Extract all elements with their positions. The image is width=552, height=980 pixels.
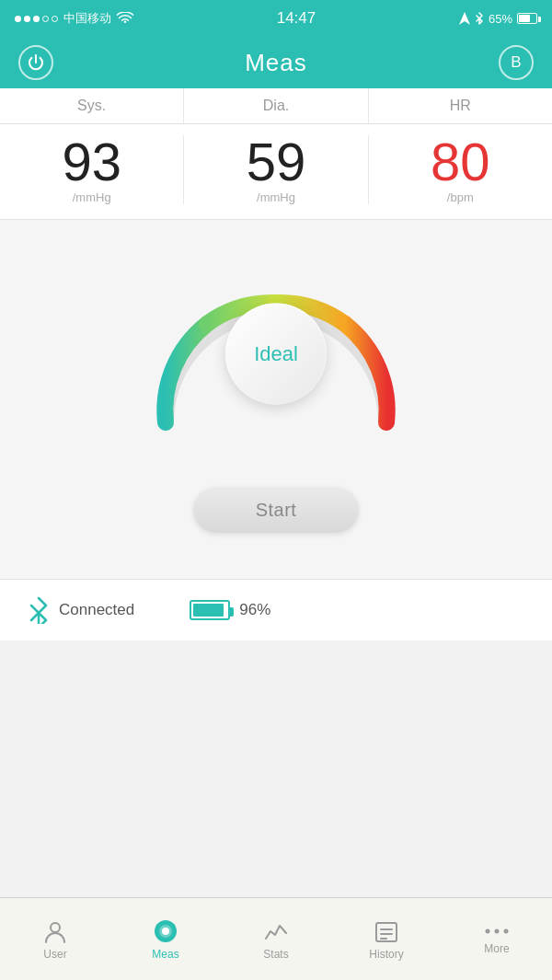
- battery-percent: 65%: [489, 12, 512, 26]
- svg-point-9: [495, 928, 500, 933]
- signal-dots: [15, 16, 58, 22]
- connected-label: Connected: [59, 601, 134, 619]
- carrier-label: 中国移动: [63, 10, 111, 27]
- tab-bar: User Meas Stats History Mor: [0, 897, 552, 980]
- dot-3: [33, 16, 40, 22]
- status-bar: 中国移动 14:47 65%: [0, 0, 552, 37]
- power-button[interactable]: [18, 45, 53, 80]
- meas-icon: [153, 918, 178, 944]
- status-left: 中国移动: [15, 10, 133, 27]
- tab-history[interactable]: History: [331, 898, 442, 980]
- status-right: 65%: [459, 12, 537, 26]
- hr-value: 80 /bpm: [369, 135, 552, 204]
- location-icon: [459, 12, 470, 25]
- bluetooth-status-icon: [475, 12, 484, 25]
- tab-history-label: History: [369, 948, 403, 961]
- battery-large-fill: [193, 604, 224, 617]
- sys-number: 93: [0, 135, 183, 189]
- dot-2: [24, 16, 30, 22]
- dia-unit: /mmHg: [184, 190, 367, 204]
- gauge-bubble: Ideal: [225, 304, 327, 405]
- history-icon: [374, 918, 399, 944]
- b-button[interactable]: B: [499, 45, 534, 80]
- svg-point-0: [51, 923, 60, 932]
- header: Meas B: [0, 37, 552, 88]
- tab-more-label: More: [484, 942, 509, 955]
- svg-point-10: [504, 928, 509, 933]
- tab-more[interactable]: More: [442, 898, 552, 980]
- page-content: Sys. Dia. HR 93 /mmHg 59 /mmHg 80 /bpm: [0, 88, 552, 897]
- measurement-values: 93 /mmHg 59 /mmHg 80 /bpm: [0, 124, 552, 220]
- stats-icon: [263, 918, 289, 944]
- dot-1: [15, 16, 21, 22]
- svg-point-3: [162, 928, 169, 935]
- dot-5: [52, 16, 58, 22]
- tab-meas[interactable]: Meas: [110, 898, 221, 980]
- tab-meas-label: Meas: [152, 948, 178, 961]
- page-title: Meas: [245, 49, 307, 77]
- user-icon: [42, 918, 68, 944]
- gauge-label: Ideal: [254, 342, 298, 366]
- more-icon: [484, 924, 510, 939]
- tab-stats-label: Stats: [263, 948, 288, 961]
- status-row: Connected 96%: [0, 579, 552, 640]
- battery-fill: [519, 15, 530, 22]
- dia-label: Dia.: [184, 88, 368, 123]
- battery-large-icon: [190, 600, 230, 620]
- battery-status: 96%: [190, 600, 270, 620]
- tab-stats[interactable]: Stats: [221, 898, 331, 980]
- bluetooth-large-icon: [28, 596, 50, 624]
- sys-label: Sys.: [0, 88, 184, 123]
- dot-4: [42, 16, 49, 22]
- gauge-container: Ideal: [138, 248, 414, 450]
- hr-label: HR: [369, 88, 552, 123]
- gauge-section: Ideal Start: [0, 220, 552, 579]
- tab-user[interactable]: User: [0, 898, 110, 980]
- tab-user-label: User: [43, 948, 66, 961]
- bluetooth-status: Connected: [28, 596, 134, 624]
- b-label: B: [511, 53, 521, 72]
- measurement-labels: Sys. Dia. HR: [0, 88, 552, 124]
- wifi-icon: [117, 12, 133, 25]
- status-time: 14:47: [277, 9, 316, 28]
- battery-label: 96%: [239, 601, 270, 619]
- dia-value: 59 /mmHg: [184, 135, 368, 204]
- hr-unit: /bpm: [369, 190, 552, 204]
- start-button[interactable]: Start: [193, 487, 359, 533]
- sys-value: 93 /mmHg: [0, 135, 184, 204]
- hr-number: 80: [369, 135, 552, 189]
- svg-point-8: [486, 928, 490, 933]
- sys-unit: /mmHg: [0, 190, 183, 204]
- dia-number: 59: [184, 135, 367, 189]
- battery-status-icon: [517, 13, 537, 24]
